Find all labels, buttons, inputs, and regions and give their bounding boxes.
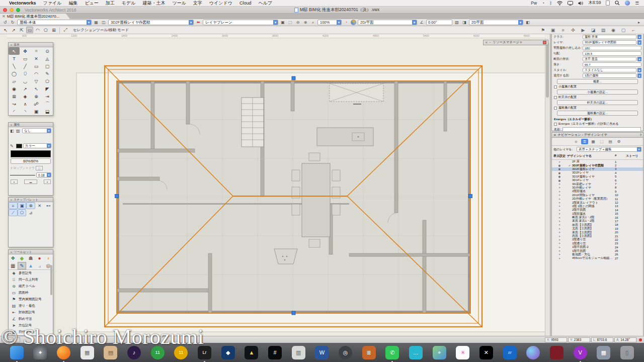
settings-button[interactable]: 軒天井の設定... [557,100,638,105]
scrollbar-thumb[interactable] [546,42,549,98]
toolset-category-icon[interactable]: ▦ [9,262,18,269]
field-value[interactable]: 屋根-本体 [583,35,636,39]
menu-clock[interactable]: 木8:59 [586,0,603,6]
checkbox[interactable] [554,85,557,88]
input-source-icon[interactable]: Pw [529,1,539,6]
menu-model[interactable]: モデル [119,0,139,7]
dock-icon[interactable] [550,346,564,359]
start-marker-select[interactable]: ▾ [11,179,18,184]
visibility-mark[interactable]: × [552,198,567,201]
palette-title-bar[interactable]: ✕ナビゲーション - デザインレイヤ? [552,133,643,138]
close-icon[interactable]: ✕ [10,198,13,202]
nav-mode-icon[interactable]: ⚙ [615,139,622,144]
dock-icon[interactable]: ▲ [245,346,258,359]
menu-window[interactable]: ウインドウ [206,0,235,7]
render-mode-select[interactable]: 2D平面▼ [469,20,523,25]
menu-architect[interactable]: 建築・土木 [139,0,168,7]
resource-manager-bar[interactable]: ✕ − リソースマネージャ [483,40,548,45]
basic-tool[interactable]: ✎ [42,70,53,77]
checkbox[interactable] [554,96,557,99]
visibility-mark[interactable]: × [552,235,567,238]
context-tool-icon[interactable]: ◪ [590,27,597,33]
basic-tool[interactable]: ☍ [31,100,42,108]
toolset-tool[interactable]: ⊖ 縮尺ラベル [9,283,53,290]
fit-view-icon[interactable]: ⬚ [287,20,293,25]
toolset-category-icon[interactable]: ❖ [9,254,18,262]
layer-name[interactable]: 455mm寸法モジュール軸組… [572,256,615,260]
display-icon[interactable] [566,1,575,6]
clip-cube-icon[interactable]: ◔ [343,20,349,25]
selection-handle[interactable] [469,195,472,198]
menu-view[interactable]: ビュー [82,0,101,7]
close-icon[interactable]: ✕ [10,123,13,127]
toolset-tool[interactable]: ∠ 斜め寸法 [9,316,53,322]
visibility-mark[interactable]: × [552,160,567,163]
visibility-mark[interactable]: × [552,227,567,230]
dock-icon[interactable]: ◆ [221,346,235,359]
fill-style-select[interactable]: なし▼ [22,128,51,133]
visibility-mark[interactable]: × [552,220,567,223]
toolbar-overflow-icon[interactable]: ▸ [636,20,642,25]
basic-tool[interactable]: ➴ [31,85,42,93]
close-icon[interactable]: ✕ [553,133,556,137]
basic-tool[interactable]: ✥ [20,47,31,55]
toolset-category-icon[interactable]: ● [35,254,44,262]
linetype-select[interactable]: ▬ [24,179,37,184]
palette-title-bar[interactable]: ✕ツールセット [9,250,53,254]
selection-handle[interactable] [292,76,295,80]
field-value[interactable]: 65.7 [583,62,641,67]
context-tool-icon[interactable]: ≡ [559,27,567,33]
mode-icon[interactable]: ◠ [34,27,41,33]
dock-icon[interactable]: ▤ [104,346,117,359]
settings-button[interactable]: 小屋裏の設定... [557,89,638,95]
basic-tool[interactable]: ◜ [9,108,20,115]
dock-icon[interactable]: ♪ [127,346,141,359]
menu-modify[interactable]: 加工 [103,0,118,7]
nav-mode-icon[interactable]: ⌯ [573,139,580,144]
magnifier-icon[interactable]: ⌕ [310,20,316,25]
toolset-category-icon[interactable]: ☗ [26,254,35,262]
status-button[interactable] [8,337,14,342]
dock-icon[interactable]: Lr [198,346,211,359]
close-icon[interactable]: ✕ [10,250,13,254]
basic-tool[interactable]: ✕ [31,55,42,62]
basic-tool[interactable]: ⬓ [42,108,53,115]
field-value[interactable]: スタイルなし [583,68,636,72]
notification-center-icon[interactable]: ☰ [633,1,641,6]
basic-tool[interactable]: T [9,55,20,62]
interactive-scaling-icon[interactable]: ⤢ [62,27,69,33]
field-value[interactable]: 136.5 [583,51,641,56]
snap-toggle[interactable]: ⬠ [18,209,27,216]
multi-view-icon[interactable]: ◧ [525,20,531,25]
basic-tool[interactable]: ◯ [9,70,20,77]
volume-icon[interactable] [576,1,585,6]
timemachine-icon[interactable]: ◔ [540,1,546,6]
layer-plane-select[interactable]: レイヤプレーン▼ [203,20,278,25]
close-box-icon[interactable] [543,41,546,44]
visibility-mark[interactable]: × [552,216,567,219]
dock-icon[interactable]: … [409,346,423,359]
basic-tool[interactable]: ◬ [42,55,53,62]
visibility-mark[interactable]: ◉ [552,175,567,178]
mode-icon[interactable]: ↖ [2,27,9,33]
menu-app[interactable]: Vectorworks [6,1,39,6]
basic-tool[interactable]: ◤ [42,85,53,93]
checkbox[interactable] [554,107,557,110]
document-proxy-icon[interactable] [604,1,612,6]
lineweight-select[interactable]: 0.18▼ [36,172,51,177]
snap-toggle[interactable]: ✕ [35,202,44,209]
toolset-category-icon[interactable]: ◗ [44,254,53,262]
undo-icon[interactable]: ↺ [2,20,8,25]
palette-title-bar[interactable]: ✕属性 [9,123,53,127]
siri-icon[interactable] [623,1,632,6]
snap-toggle[interactable]: ⊕ [26,202,35,209]
basic-tool[interactable]: ◡ [20,77,31,85]
roof-overview-button[interactable]: 概要... [557,79,638,84]
basic-tool[interactable]: ⬠ [42,77,53,85]
nav-mode-icon[interactable]: ≣ [581,139,588,144]
palette-title-bar[interactable]: ✕スナップパレット [9,198,53,202]
basic-tool[interactable]: ⌒ [42,100,53,108]
toolset-category-icon[interactable]: ✎ [18,262,27,269]
drawing-canvas[interactable] [7,38,545,336]
dock-icon[interactable]: ◎ [339,346,352,359]
